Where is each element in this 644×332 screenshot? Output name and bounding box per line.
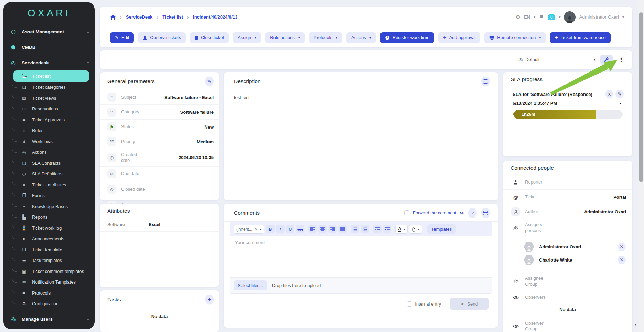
forward-comment-label[interactable]: Forward the comment [413,210,456,215]
italic-button[interactable]: I [276,225,285,233]
sla-entry-name: SLA for 'Software Failure' (Response) [513,92,605,97]
panel-layout-button[interactable] [481,208,491,218]
view-settings-wrench-button[interactable] [600,55,613,65]
bold-button[interactable]: B [266,225,275,233]
bell-icon[interactable] [539,14,544,20]
align-left-button[interactable] [308,225,317,233]
breadcrumb-incident[interactable]: Incident/40/2024/6/13 [193,14,237,20]
templates-button[interactable]: Templates [427,224,456,234]
sidebar-item-rules[interactable]: ⋔ Rules [3,125,95,136]
user-name[interactable]: Administrator Oxari [579,14,619,20]
sidebar-item-manage-users[interactable]: ⁂ Manage users [3,311,95,327]
internal-entry-option[interactable]: Internal entry [407,301,441,307]
select-files-button[interactable]: Select files... [234,280,267,290]
observe-tickets-button[interactable]: Observe tickets [138,32,186,43]
table-icon: ▦ [21,96,28,101]
sidebar-item-servicedesk[interactable]: ◎ Servicedesk [3,55,95,70]
scroll-down-icon[interactable]: ▾ [634,322,636,327]
sidebar-item-workflows[interactable]: ☌ Workflows [3,136,95,147]
scrollbar-thumb[interactable] [639,12,643,182]
file-upload-zone[interactable]: Select files... Drop files here to uploa… [230,277,492,293]
people-group-icon [511,223,520,232]
language-selector[interactable]: EN [524,14,530,20]
edit-parameters-button[interactable]: ✎ [204,76,214,86]
sidebar-item-asset-management[interactable]: ⬡ Asset Management [3,24,95,40]
sidebar-item-ticket-categories[interactable]: ❏ Ticket categories [3,82,95,93]
sidebar-item-sla-contracts[interactable]: ❑ SLA Contracts [3,158,95,169]
highlight-color-button[interactable]: ▾ [409,225,422,234]
add-task-button[interactable]: + [204,295,214,305]
underline-button[interactable]: U [286,225,294,233]
remove-assignee-button[interactable]: ✕ [617,255,626,264]
sidebar-item-reservations[interactable]: ⊞ Reservations [3,103,95,114]
sidebar-item-announcements[interactable]: ➤ Announcements [3,233,95,244]
protocols-button[interactable]: Protocols ▾ [309,32,342,43]
gear-icon: ⚙ [21,301,28,306]
home-icon[interactable] [110,14,116,20]
clear-font-icon[interactable]: ✕ [255,227,258,232]
servicedesk-icon: ◎ [10,59,17,66]
sidebar-item-actions[interactable]: ◎ Actions [3,147,95,158]
notification-badge[interactable]: 0 [548,14,555,20]
expand-comments-button[interactable]: ↔ [467,208,477,218]
sidebar-item-ticket-comment-templates[interactable]: ▣ Ticket comment templates [3,266,95,277]
sidebar-item-document-management[interactable]: ▤ Document management [3,327,95,330]
sidebar-item-protocols[interactable]: ✒ Protocols [3,288,95,299]
align-right-button[interactable] [328,225,337,233]
remove-assignee-button[interactable]: ✕ [617,242,626,251]
sidebar-item-ticket-attributes[interactable]: ≡ Ticket - attributes [3,179,95,190]
font-family-select[interactable]: (inherit... ✕ ▾ [234,225,264,234]
text-color-button[interactable]: A ▾ [395,225,408,234]
sidebar-item-ticket-list[interactable]: ☰ Ticket list [13,70,89,82]
sidebar-item-configuration[interactable]: ⚙ Configuration [3,298,95,309]
actions-button[interactable]: Actions ▾ [346,32,376,43]
sidebar-item-notification-templates[interactable]: ✉ Notification Templates [3,277,95,288]
caret-down-icon[interactable]: ▾ [534,15,535,19]
breadcrumb-servicedesk[interactable]: ServiceDesk [126,14,152,20]
align-center-button[interactable] [318,225,327,233]
sidebar-item-ticket-template[interactable]: ❐ Ticket template [3,244,95,255]
gear-icon[interactable]: ⚙ [516,14,520,20]
register-work-time-button[interactable]: Register work time [380,32,434,43]
svg-text:3: 3 [363,230,364,231]
chevron-down-icon [87,216,89,219]
ticket-from-warehouse-button[interactable]: + Ticket from warehouse [550,32,610,43]
forward-comment-checkbox[interactable] [404,210,409,215]
add-approval-button[interactable]: + Add approval [438,32,480,43]
tasks-card: Tasks + No data [100,290,219,332]
sidebar-item-forms[interactable]: ❒ Forms [3,190,95,201]
bullet-list-button[interactable] [351,225,359,233]
kebab-menu-icon[interactable]: ⋮ [617,56,625,64]
comment-input[interactable]: Your comment [230,236,492,277]
caret-down-icon[interactable]: ▾ [559,15,560,19]
sidebar-item-cmdb[interactable]: ⬢ CMDB [3,40,95,55]
sidebar-item-reports[interactable]: ▙ Reports [3,212,95,223]
rule-actions-button[interactable]: Rule actions ▾ [265,32,305,43]
indent-button[interactable] [383,225,391,233]
send-button[interactable]: ➤ Send [450,298,489,310]
internal-entry-checkbox[interactable] [407,301,412,307]
outdent-button[interactable] [373,225,382,233]
panel-layout-button[interactable] [481,76,491,86]
align-justify-button[interactable] [338,225,347,233]
sidebar-item-ticket-approvals[interactable]: ≣ Ticket Approvals [3,114,95,125]
sidebar-item-ticket-views[interactable]: ▦ Ticket views [3,93,95,104]
page-scrollbar[interactable] [638,0,644,332]
chevron-down-icon [87,46,89,48]
assign-button[interactable]: Assign ▾ [233,32,261,43]
caret-down-icon[interactable]: ▾ [622,15,624,19]
remove-sla-button[interactable]: ✕ [605,90,614,99]
edit-sla-button[interactable]: ✎ [615,90,624,99]
view-selector-dropdown[interactable]: ◎ Default ▾ [518,56,596,64]
sidebar-item-task-templates[interactable]: ⚌ Task templates [3,255,95,266]
sidebar-item-sla-definitions[interactable]: ◷ SLA Definitions [3,168,95,179]
sidebar-item-ticket-work-log[interactable]: ⌛ Ticket work log [3,223,95,234]
numbered-list-button[interactable]: 123 [361,225,369,233]
edit-button[interactable]: ✎ Edit [110,32,134,43]
breadcrumb-ticket-list[interactable]: Ticket list [162,14,183,20]
avatar[interactable] [564,11,576,23]
sidebar-item-knowledge-bases[interactable]: ✶ Knowledge Bases [3,201,95,212]
strikethrough-button[interactable]: abc [296,225,304,233]
close-ticket-button[interactable]: Close ticket [190,32,229,43]
remote-connection-button[interactable]: Remote connection ▾ [484,32,546,43]
